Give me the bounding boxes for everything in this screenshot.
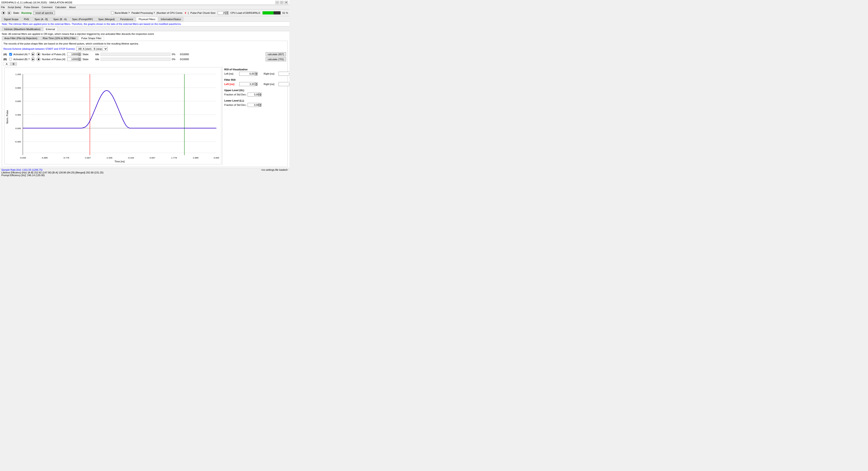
filter-tab-pulse[interactable]: Pulse Shape Filter: [79, 36, 104, 40]
status-left: Sample Rate [Hz]: 1101.55 (1206.75) Life…: [1, 168, 103, 177]
burst-mode-label[interactable]: Burst-Mode ?: [111, 11, 129, 14]
menu-comment[interactable]: Comment: [41, 6, 53, 9]
stop-button[interactable]: ⏹: [1, 11, 5, 15]
channel-b-pulses-input[interactable]: [67, 57, 79, 61]
play-button[interactable]: ▶: [7, 11, 11, 15]
channel-b-pulses-up[interactable]: ▲: [79, 57, 81, 59]
lower-fraction-up[interactable]: ▲: [259, 103, 261, 105]
tab-info-status[interactable]: Information/Status: [158, 17, 183, 22]
channel-a-pulses-spinner[interactable]: ▲ ▼: [67, 53, 81, 56]
channel-b-calculate[interactable]: calculate (701): [266, 57, 286, 61]
channel-a-pulses-input[interactable]: [67, 53, 79, 56]
minimize-button[interactable]: ─: [275, 1, 279, 4]
channel-b-progress: [101, 58, 170, 61]
maximize-button[interactable]: □: [280, 1, 283, 4]
tab-signal-scope[interactable]: Signal Scope: [1, 17, 21, 22]
channel-b-state-value: Idle: [95, 58, 99, 61]
tab-phs[interactable]: PHS: [22, 17, 32, 22]
filter-roi-right-spinner[interactable]: ▲ ▼: [279, 82, 289, 86]
filter-roi-right-input[interactable]: [279, 82, 289, 86]
toolbar: ⏹ ▶ State: Running reset all spectra Bur…: [0, 9, 289, 16]
lower-fraction-down[interactable]: ▼: [259, 105, 261, 107]
tab-spec-ab[interactable]: Spec (A - B): [32, 17, 50, 22]
ab-tab-a[interactable]: A: [3, 62, 10, 66]
roi-viz-right-input[interactable]: [279, 72, 289, 76]
channel-a-pulses-down[interactable]: ▼: [79, 54, 81, 56]
channel-b-stop[interactable]: ⏹: [36, 57, 40, 61]
reset-all-spectra-button[interactable]: reset all spectra: [33, 11, 55, 15]
filter-roi-left-up[interactable]: ▲: [255, 82, 258, 84]
roi-viz-left-spinner[interactable]: ▲ ▼: [239, 72, 258, 76]
svg-text:1.200: 1.200: [16, 73, 21, 75]
filter-roi-left-spinner[interactable]: ▲ ▼: [239, 82, 258, 86]
chunk-label: Pulse-Pair Chunk Size:: [190, 11, 216, 14]
state-label: State:: [13, 11, 20, 14]
channel-b-pulses-spinner[interactable]: ▲ ▼: [67, 57, 81, 61]
upper-level-row: Fraction of Std Dev.: ▲ ▼: [224, 92, 289, 97]
svg-text:-1.556: -1.556: [106, 156, 113, 159]
upper-fraction-spinner[interactable]: ▲ ▼: [248, 92, 261, 97]
record-scheme-select[interactable]: AB: A (start) - B (stop): [76, 47, 107, 51]
roi-viz-left-up[interactable]: ▲: [255, 72, 258, 74]
channel-a-count: 0/10000: [180, 53, 193, 56]
chunk-spinner[interactable]: ▲ ▼: [218, 11, 228, 15]
channel-a-checkbox[interactable]: [9, 53, 12, 56]
lower-fraction-input[interactable]: [248, 103, 259, 107]
filter-roi-left-input[interactable]: [239, 82, 255, 86]
svg-text:-4.889: -4.889: [41, 156, 48, 159]
channel-a-calculate[interactable]: calculate (657): [266, 52, 286, 56]
channel-b-checkbox[interactable]: [9, 58, 12, 61]
channel-a-play[interactable]: ▶: [31, 52, 35, 56]
sample-rate: Sample Rate [Hz]: 1101.55 (1206.75): [1, 168, 103, 171]
channel-b-row: (B) Activated (B) ? ▶ ⏹ Number of Pulses…: [3, 57, 286, 62]
svg-text:0.000: 0.000: [16, 127, 21, 130]
roi-viz-row: Left [ns]: ▲ ▼ Right [ns]:: [224, 72, 289, 76]
menu-about[interactable]: About: [69, 6, 76, 9]
chunk-input[interactable]: [218, 11, 226, 15]
tab-persistence[interactable]: Persistence: [118, 17, 136, 22]
menu-calculator[interactable]: Calculator: [55, 6, 66, 9]
note-blue: Note: The intrinsic filters are applied …: [0, 22, 289, 27]
channel-a-pulses-up[interactable]: ▲: [79, 53, 81, 54]
tab-spec-ba[interactable]: Spec (B - A): [51, 17, 69, 22]
menu-script[interactable]: Script (beta): [8, 6, 21, 9]
menu-bar: File Script (beta) Pulse-Stream Comment …: [0, 5, 289, 9]
svg-text:-6.000: -6.000: [20, 156, 26, 159]
channel-b-play[interactable]: ▶: [31, 57, 35, 61]
record-scheme-label: Record-Scheme (distinguish between START…: [3, 48, 75, 50]
menu-file[interactable]: File: [1, 6, 5, 9]
upper-fraction-up[interactable]: ▲: [259, 93, 261, 95]
cpu-cores-label: [Number of CPU Cores:: [157, 11, 183, 14]
channel-b-count: 0/10000: [180, 58, 193, 61]
filter-tab-area[interactable]: Area Filter (Pile-Up Rejection): [2, 36, 40, 40]
chunk-up[interactable]: ▲: [226, 11, 228, 13]
filter-roi-left-down[interactable]: ▼: [255, 84, 258, 86]
upper-fraction-input[interactable]: [248, 92, 259, 97]
roi-viz-left-input[interactable]: [239, 72, 255, 76]
tab-spec-prompt[interactable]: Spec (Prompt/IRF): [70, 17, 95, 22]
roi-viz-title: ROI of Visualization: [224, 68, 289, 71]
tab-spec-merged[interactable]: Spec (Merged): [96, 17, 117, 22]
svg-text:0.900: 0.900: [16, 87, 21, 89]
ab-tab-b[interactable]: B: [10, 62, 17, 66]
upper-fraction-down[interactable]: ▼: [259, 95, 261, 96]
roi-viz-right-spinner[interactable]: ▲ ▼: [279, 72, 289, 76]
prompt-eff-text: Prompt Efficiency [Hz]: 246.14 (135.00): [1, 174, 45, 177]
sub-tab-intrinsic[interactable]: Intrinsic (Waveform Modification): [2, 27, 43, 31]
filter-tab-rise[interactable]: Rise Time (10% to 90%) Filter: [40, 36, 78, 40]
chunk-down[interactable]: ▼: [226, 13, 228, 15]
close-button[interactable]: ✕: [284, 1, 288, 4]
filter-roi-section: Filter ROI Left [ns]: ▲ ▼ Right [ns]:: [224, 78, 289, 86]
main-layout: 1.200 0.900 0.600 0.300 0.000 -0.300 -6.…: [3, 66, 286, 165]
burst-mode-checkbox[interactable]: [111, 11, 114, 14]
lower-fraction-spinner[interactable]: ▲ ▼: [248, 103, 261, 107]
sub-tab-external[interactable]: External: [43, 27, 57, 31]
channel-a-stop[interactable]: ⏹: [36, 52, 40, 56]
main-tabs: Signal Scope PHS Spec (A - B) Spec (B - …: [0, 16, 289, 22]
menu-pulse-stream[interactable]: Pulse-Stream: [24, 6, 39, 9]
channel-b-pulses-down[interactable]: ▼: [79, 59, 81, 61]
tab-physical-filters[interactable]: Physical Filters: [136, 17, 158, 22]
cpu-load-percent: 61 %: [282, 11, 288, 14]
cpu-load-label: CPU Load of DDRS4PALS:: [230, 11, 261, 14]
roi-viz-left-down[interactable]: ▼: [255, 74, 258, 75]
